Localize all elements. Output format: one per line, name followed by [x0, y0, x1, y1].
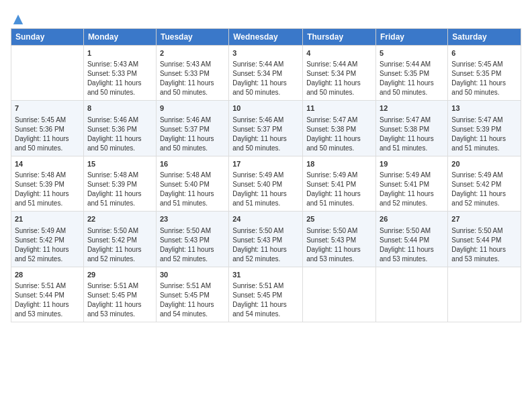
calendar-cell: 22Sunrise: 5:50 AMSunset: 5:42 PMDayligh…	[83, 212, 156, 267]
calendar-cell: 2Sunrise: 5:43 AMSunset: 5:33 PMDaylight…	[156, 46, 228, 101]
calendar-cell	[448, 267, 521, 322]
calendar-cell: 29Sunrise: 5:51 AMSunset: 5:45 PMDayligh…	[83, 267, 156, 322]
cell-content-line: and 53 minutes.	[87, 310, 152, 319]
calendar-cell: 1Sunrise: 5:43 AMSunset: 5:33 PMDaylight…	[83, 46, 156, 101]
day-number: 12	[380, 103, 444, 113]
day-number: 10	[232, 103, 299, 113]
day-number: 17	[232, 159, 299, 169]
calendar-cell: 23Sunrise: 5:50 AMSunset: 5:43 PMDayligh…	[156, 212, 228, 267]
cell-content-line: and 50 minutes.	[451, 88, 517, 97]
calendar-cell: 12Sunrise: 5:47 AMSunset: 5:38 PMDayligh…	[376, 101, 448, 156]
calendar-header-row: SundayMondayTuesdayWednesdayThursdayFrid…	[11, 29, 521, 46]
cell-content-line: Sunset: 5:35 PM	[380, 69, 444, 79]
cell-content-line: Sunrise: 5:47 AM	[380, 116, 444, 125]
day-number: 21	[15, 214, 80, 224]
cell-content-line: Sunset: 5:45 PM	[160, 291, 225, 300]
day-number: 24	[232, 214, 299, 224]
cell-content-line: and 51 minutes.	[232, 199, 299, 208]
day-number: 30	[160, 270, 225, 280]
cell-content-line: Sunrise: 5:48 AM	[87, 171, 152, 180]
calendar-week-5: 28Sunrise: 5:51 AMSunset: 5:44 PMDayligh…	[11, 267, 521, 322]
calendar-cell: 14Sunrise: 5:48 AMSunset: 5:39 PMDayligh…	[11, 156, 84, 211]
cell-content-line: Sunrise: 5:50 AM	[232, 226, 299, 236]
cell-content-line: and 50 minutes.	[160, 88, 225, 97]
cell-content-line: and 50 minutes.	[87, 88, 152, 97]
header	[11, 11, 521, 26]
cell-content-line: Sunrise: 5:48 AM	[160, 171, 225, 180]
day-number: 11	[306, 103, 372, 113]
cell-content-line: Sunset: 5:36 PM	[15, 125, 80, 134]
cell-content-line: Sunset: 5:38 PM	[306, 125, 372, 134]
cell-content-line: and 50 minutes.	[87, 144, 152, 153]
header-day-friday: Friday	[376, 29, 448, 46]
day-number: 16	[160, 159, 225, 169]
calendar-cell	[303, 267, 376, 322]
cell-content-line: Sunrise: 5:50 AM	[87, 226, 152, 236]
cell-content-line: and 51 minutes.	[15, 199, 80, 208]
logo-icon	[12, 13, 24, 26]
cell-content-line: and 52 minutes.	[232, 255, 299, 264]
cell-content-line: Daylight: 11 hours	[160, 79, 225, 88]
cell-content-line: Sunset: 5:36 PM	[87, 125, 152, 134]
cell-content-line: Sunset: 5:40 PM	[160, 180, 225, 189]
cell-content-line: Sunset: 5:43 PM	[160, 236, 225, 245]
cell-content-line: and 53 minutes.	[306, 255, 372, 264]
header-day-sunday: Sunday	[11, 29, 84, 46]
calendar-cell: 28Sunrise: 5:51 AMSunset: 5:44 PMDayligh…	[11, 267, 84, 322]
day-number: 25	[306, 214, 372, 224]
calendar-cell: 5Sunrise: 5:44 AMSunset: 5:35 PMDaylight…	[376, 46, 448, 101]
day-number: 18	[306, 159, 372, 169]
calendar-cell: 20Sunrise: 5:49 AMSunset: 5:42 PMDayligh…	[448, 156, 521, 211]
cell-content-line: Sunrise: 5:43 AM	[160, 60, 225, 69]
day-number: 14	[15, 159, 80, 169]
cell-content-line: Daylight: 11 hours	[160, 134, 225, 144]
day-number: 22	[87, 214, 152, 224]
calendar-cell: 11Sunrise: 5:47 AMSunset: 5:38 PMDayligh…	[303, 101, 376, 156]
day-number: 13	[451, 103, 517, 113]
cell-content-line: and 50 minutes.	[160, 144, 225, 153]
cell-content-line: Sunrise: 5:51 AM	[87, 281, 152, 291]
logo	[11, 13, 24, 26]
calendar-week-4: 21Sunrise: 5:49 AMSunset: 5:42 PMDayligh…	[11, 212, 521, 267]
cell-content-line: Sunrise: 5:50 AM	[380, 226, 444, 236]
day-number: 29	[87, 270, 152, 280]
calendar-cell: 6Sunrise: 5:45 AMSunset: 5:35 PMDaylight…	[448, 46, 521, 101]
calendar-cell: 13Sunrise: 5:47 AMSunset: 5:39 PMDayligh…	[448, 101, 521, 156]
cell-content-line: Sunset: 5:33 PM	[87, 69, 152, 79]
cell-content-line: and 51 minutes.	[451, 144, 517, 153]
calendar-cell: 9Sunrise: 5:46 AMSunset: 5:37 PMDaylight…	[156, 101, 228, 156]
cell-content-line: Sunset: 5:33 PM	[160, 69, 225, 79]
cell-content-line: Daylight: 11 hours	[451, 189, 517, 199]
cell-content-line: Sunrise: 5:47 AM	[451, 116, 517, 125]
day-number: 7	[15, 103, 80, 113]
cell-content-line: and 53 minutes.	[380, 255, 444, 264]
day-number: 15	[87, 159, 152, 169]
cell-content-line: Daylight: 11 hours	[306, 245, 372, 255]
day-number: 31	[232, 270, 299, 280]
cell-content-line: Sunset: 5:37 PM	[232, 125, 299, 134]
day-number: 28	[15, 270, 80, 280]
cell-content-line: Sunrise: 5:44 AM	[232, 60, 299, 69]
cell-content-line: Sunset: 5:42 PM	[15, 236, 80, 245]
cell-content-line: Sunrise: 5:50 AM	[306, 226, 372, 236]
cell-content-line: Daylight: 11 hours	[87, 134, 152, 144]
cell-content-line: Daylight: 11 hours	[380, 189, 444, 199]
cell-content-line: Sunrise: 5:49 AM	[15, 226, 80, 236]
cell-content-line: Daylight: 11 hours	[380, 245, 444, 255]
calendar-week-3: 14Sunrise: 5:48 AMSunset: 5:39 PMDayligh…	[11, 156, 521, 211]
calendar-cell: 27Sunrise: 5:50 AMSunset: 5:44 PMDayligh…	[448, 212, 521, 267]
cell-content-line: Sunrise: 5:46 AM	[87, 116, 152, 125]
cell-content-line: Daylight: 11 hours	[451, 79, 517, 88]
calendar-cell: 21Sunrise: 5:49 AMSunset: 5:42 PMDayligh…	[11, 212, 84, 267]
cell-content-line: and 51 minutes.	[380, 144, 444, 153]
cell-content-line: and 52 minutes.	[451, 199, 517, 208]
cell-content-line: and 54 minutes.	[160, 310, 225, 319]
header-day-wednesday: Wednesday	[229, 29, 303, 46]
cell-content-line: Daylight: 11 hours	[451, 245, 517, 255]
cell-content-line: Sunset: 5:34 PM	[232, 69, 299, 79]
calendar-cell: 10Sunrise: 5:46 AMSunset: 5:37 PMDayligh…	[229, 101, 303, 156]
calendar-cell	[11, 46, 84, 101]
cell-content-line: Sunset: 5:37 PM	[160, 125, 225, 134]
header-day-monday: Monday	[83, 29, 156, 46]
cell-content-line: Sunset: 5:43 PM	[232, 236, 299, 245]
